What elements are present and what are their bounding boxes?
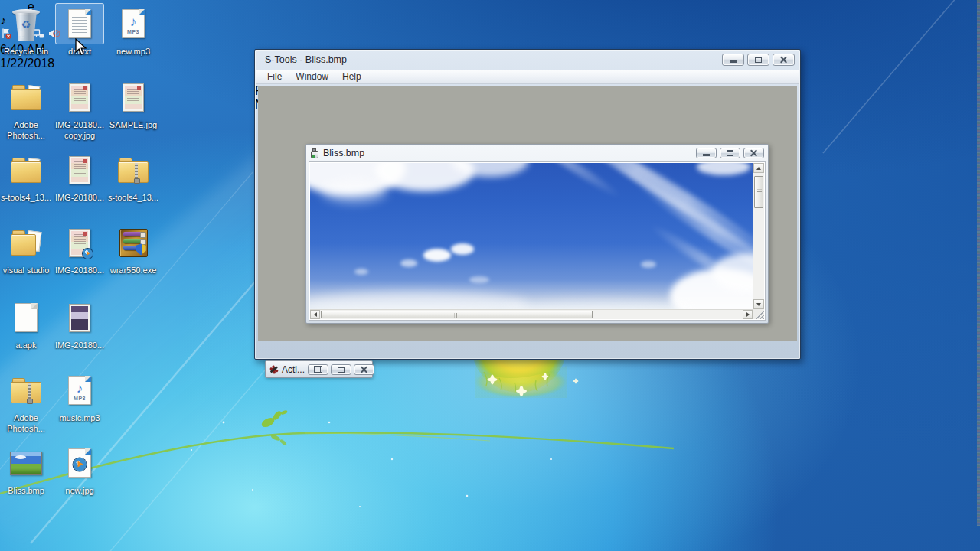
photo-icon <box>69 229 90 257</box>
vertical-scrollbar[interactable] <box>753 163 764 309</box>
desktop-icon-stools-zip[interactable]: s-tools4_13... <box>107 149 159 204</box>
icon-label: IMG-20180... <box>54 266 106 276</box>
desktop: ♻ Recycle Bin dat.txt ♪MP3 new.mp3 Adobe… <box>0 0 980 551</box>
desktop-icon-new-jpg[interactable]: new.jpg <box>54 442 106 497</box>
icon-label: Bliss.bmp <box>0 486 52 497</box>
desktop-icon-recycle-bin[interactable]: ♻ Recycle Bin <box>0 3 52 57</box>
stools-window: S-Tools - Bliss.bmp File Window Help Bli… <box>254 49 801 360</box>
menu-window[interactable]: Window <box>289 70 335 83</box>
icon-label: new.jpg <box>54 486 106 497</box>
leaf-sprig <box>260 409 288 446</box>
icon-label: IMG-20180... <box>54 341 106 351</box>
photo-icon <box>69 83 90 112</box>
winrar-icon <box>119 229 148 257</box>
bliss-bmp-image <box>310 163 753 309</box>
bliss-window-body <box>309 161 766 321</box>
mp3-file-icon: ♪MP3 <box>122 9 145 38</box>
video-edge-artifact <box>977 0 980 526</box>
file-icon <box>15 303 38 332</box>
icon-label: IMG-20180... copy.jpg <box>54 120 106 142</box>
icon-label: SAMPLE.jpg <box>107 120 159 131</box>
icon-label: Recycle Bin <box>0 47 52 57</box>
actions-window-minimized[interactable]: Acti... <box>265 360 373 378</box>
desktop-icon-bliss-bmp[interactable]: Bliss.bmp <box>0 442 52 497</box>
icon-label: IMG-20180... <box>54 193 106 204</box>
icon-label: s-tools4_13... <box>0 193 52 204</box>
close-button[interactable] <box>354 364 374 375</box>
folder-icon <box>10 230 42 256</box>
text-file-icon <box>68 9 91 38</box>
vertical-scroll-thumb[interactable] <box>754 176 763 208</box>
desktop-icon-adobe-zip[interactable]: Adobe Photosh... <box>0 370 52 435</box>
jpg-media-file-icon <box>68 448 91 478</box>
bliss-image-icon <box>10 452 42 475</box>
ink-bottle-icon <box>310 148 319 158</box>
folder-icon <box>10 158 42 183</box>
scrollbar-corner <box>753 309 764 319</box>
recycle-bin-icon: ♻ <box>12 7 40 41</box>
restore-button[interactable] <box>308 364 328 375</box>
icon-label: Adobe Photosh... <box>0 120 52 142</box>
photo-icon <box>69 304 90 332</box>
scroll-up-button[interactable] <box>753 163 764 173</box>
maximize-button[interactable] <box>720 148 740 158</box>
close-button[interactable] <box>773 54 795 66</box>
sparkle-flowers <box>488 373 579 396</box>
icon-label: wrar550.exe <box>107 266 159 276</box>
zip-folder-icon <box>10 378 42 403</box>
scroll-right-button[interactable] <box>743 310 753 319</box>
stools-titlebar[interactable]: S-Tools - Bliss.bmp <box>255 50 800 70</box>
zip-folder-icon <box>117 158 149 183</box>
icon-label: s-tools4_13... <box>107 193 159 204</box>
desktop-icon-wrar550[interactable]: wrar550.exe <box>107 222 159 276</box>
menu-help[interactable]: Help <box>335 70 368 83</box>
desktop-icon-img-dark-jpg[interactable]: IMG-20180... <box>54 297 106 351</box>
scroll-left-button[interactable] <box>310 310 320 319</box>
maximize-button[interactable] <box>331 364 351 375</box>
media-player-badge-icon <box>83 249 93 259</box>
desktop-icon-music-mp3[interactable]: ♪MP3 music.mp3 <box>54 370 106 424</box>
uac-shield-icon <box>136 244 146 256</box>
minimize-button[interactable] <box>722 54 744 66</box>
icon-label: visual studio <box>0 266 52 276</box>
desktop-icon-stools-folder[interactable]: s-tools4_13... <box>0 149 52 204</box>
folder-icon <box>10 85 42 110</box>
mdi-client-area: Bliss.bmp <box>258 86 797 341</box>
desktop-icon-new-mp3[interactable]: ♪MP3 new.mp3 <box>107 3 159 57</box>
desktop-icon-img-media-jpg[interactable]: IMG-20180... <box>54 222 106 276</box>
sparkle-dots <box>191 422 552 507</box>
maximize-button[interactable] <box>747 54 769 66</box>
icon-label: a.apk <box>0 341 52 351</box>
icon-label: new.mp3 <box>107 47 159 57</box>
photo-icon <box>122 83 144 112</box>
desktop-icon-sample-jpg[interactable]: SAMPLE.jpg <box>107 77 159 131</box>
icon-label: dat.txt <box>54 47 106 57</box>
photo-icon <box>69 156 90 184</box>
desktop-icon-adobe-folder[interactable]: Adobe Photosh... <box>0 77 52 142</box>
desktop-icon-a-apk[interactable]: a.apk <box>0 297 52 351</box>
minimize-button[interactable] <box>696 148 717 158</box>
window-title: Bliss.bmp <box>323 148 364 158</box>
internet-explorer-icon[interactable]: e <box>28 0 980 14</box>
bliss-titlebar[interactable]: Bliss.bmp <box>306 145 768 161</box>
desktop-icon-img-jpg[interactable]: IMG-20180... <box>54 149 106 204</box>
actions-icon <box>269 364 279 374</box>
wallpaper-glow-grass <box>475 366 567 398</box>
icon-label: music.mp3 <box>54 413 106 424</box>
bliss-image-window: Bliss.bmp <box>305 144 769 324</box>
mp3-file-icon: ♪MP3 <box>68 376 91 405</box>
media-player-badge-icon <box>74 458 87 471</box>
desktop-icon-dat-txt[interactable]: dat.txt <box>54 3 106 57</box>
horizontal-scrollbar[interactable] <box>310 309 753 319</box>
menu-file[interactable]: File <box>260 70 289 83</box>
desktop-icon-visual-studio[interactable]: visual studio <box>0 222 52 276</box>
close-button[interactable] <box>743 148 764 158</box>
window-title: Acti... <box>282 364 305 375</box>
icon-label: Adobe Photosh... <box>0 413 52 435</box>
resize-grip[interactable] <box>755 310 764 319</box>
desktop-icon-img-copy-jpg[interactable]: IMG-20180... copy.jpg <box>54 77 106 142</box>
scroll-down-button[interactable] <box>753 299 764 309</box>
horizontal-scroll-thumb[interactable] <box>321 311 593 318</box>
window-title: S-Tools - Bliss.bmp <box>265 54 347 65</box>
menubar: File Window Help <box>256 70 799 84</box>
